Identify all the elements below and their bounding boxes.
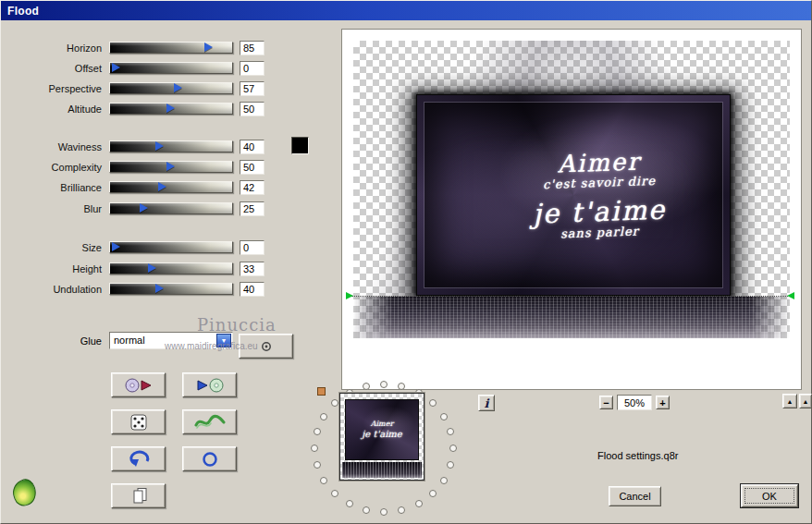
memory-dot[interactable] (415, 500, 423, 507)
thumbnail-text-line1: Aimer (371, 420, 393, 429)
memory-dot[interactable] (314, 428, 321, 435)
memory-dot[interactable] (440, 477, 448, 484)
memory-dot[interactable] (363, 383, 370, 390)
memory-dot[interactable] (331, 490, 338, 497)
memory-dot[interactable] (346, 500, 353, 507)
memory-dot[interactable] (447, 428, 454, 435)
memory-dot[interactable] (380, 508, 388, 516)
thumbnail-water (342, 462, 422, 478)
memory-dot[interactable] (449, 445, 457, 452)
memory-dot[interactable] (429, 399, 437, 407)
memory-dot[interactable] (440, 413, 448, 420)
memory-dot[interactable] (363, 506, 370, 514)
memory-dot[interactable] (380, 381, 388, 388)
memory-dot[interactable] (314, 461, 321, 469)
memory-slot-active[interactable] (317, 387, 326, 396)
memory-dot[interactable] (320, 477, 327, 484)
flood-dialog: Flood Horizon85Offset0Perspective57Altit… (0, 0, 812, 524)
original-thumbnail[interactable]: Aimer je t'aime (339, 393, 424, 481)
thumbnail-text-line2: je t'aime (362, 429, 402, 440)
memory-dot[interactable] (447, 461, 454, 469)
memory-dot[interactable] (398, 506, 405, 514)
thumbnail-artwork: Aimer je t'aime (345, 399, 419, 460)
memory-dot[interactable] (331, 399, 338, 407)
memory-dot[interactable] (311, 445, 318, 452)
memory-dot[interactable] (429, 490, 437, 497)
memory-dot[interactable] (320, 413, 327, 420)
memory-dot[interactable] (398, 383, 405, 390)
